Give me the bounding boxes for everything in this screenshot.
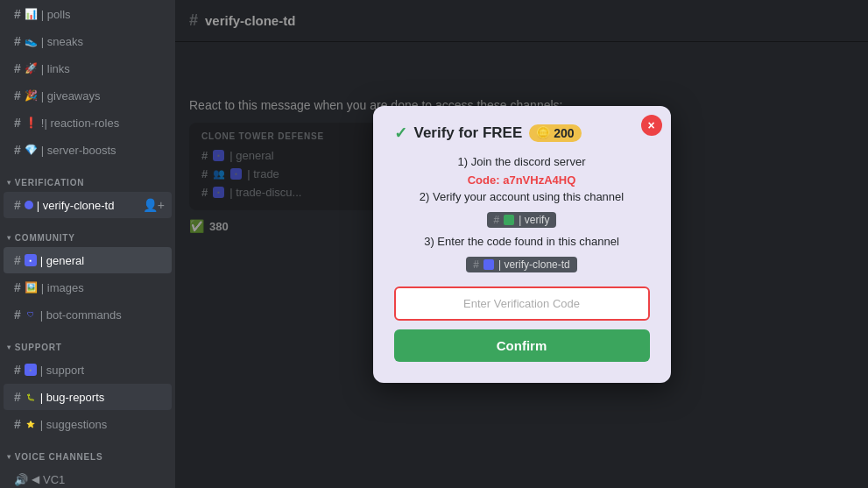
- channel-name-reaction-roles: !| reaction-roles: [41, 117, 119, 130]
- blue-badge-icon: [483, 259, 494, 270]
- modal-verify-clone-channel-name: | verify-clone-td: [498, 258, 570, 271]
- shield-icon: 🛡: [25, 308, 37, 321]
- channel-name-links: | links: [41, 62, 70, 75]
- chevron-down-icon: ▾: [7, 343, 11, 351]
- chevron-down-icon: ▾: [7, 179, 11, 187]
- modal-step3-text: 3) Enter the code found in this channel: [394, 235, 650, 248]
- channel-polls[interactable]: # 📊 | polls: [4, 1, 172, 27]
- channel-support[interactable]: # ▪ | support: [4, 357, 172, 383]
- hash-icon: #: [14, 390, 21, 404]
- verification-code-input[interactable]: [394, 286, 650, 321]
- channel-bug-reports[interactable]: # 🐛 | bug-reports: [4, 384, 172, 410]
- bug-icon: 🐛: [25, 391, 37, 403]
- sneaks-emoji: 👟: [25, 35, 38, 47]
- modal-title-text: Verify for FREE: [414, 124, 523, 142]
- polls-emoji: 📊: [25, 8, 38, 20]
- images-emoji: 🖼️: [25, 281, 38, 294]
- modal-verify-channel-name: | verify: [519, 214, 549, 226]
- confirm-button[interactable]: Confirm: [394, 329, 650, 362]
- modal-title: ✓ Verify for FREE 🪙 200: [394, 124, 650, 143]
- blue-square-icon: ▪: [25, 364, 37, 376]
- modal-step1-text: 1) Join the discord server: [394, 155, 650, 168]
- channel-name-images: | images: [41, 281, 84, 294]
- vc1-arrow: ◀: [32, 473, 39, 485]
- coin-icon: 🪙: [536, 126, 550, 139]
- main-content: # verify-clone-td React to this message …: [175, 0, 868, 488]
- modal-step1-row: 1) Join the discord server Code: a7nVHzA…: [394, 155, 650, 187]
- chevron-down-icon: ▾: [7, 453, 11, 461]
- star-icon: ⭐: [25, 418, 37, 430]
- channel-general[interactable]: # ▪ | general: [4, 247, 172, 273]
- category-verification[interactable]: ▾ VERIFICATION: [0, 164, 175, 191]
- channel-name-support: | support: [40, 364, 84, 377]
- channel-name-suggestions: | suggestions: [40, 418, 107, 431]
- chevron-down-icon: ▾: [7, 234, 11, 242]
- add-user-icon[interactable]: 👤+: [143, 198, 165, 212]
- hash-icon: #: [14, 363, 21, 377]
- modal-step2-row: 2) Verify your account using this channe…: [394, 190, 650, 231]
- channel-vc1[interactable]: 🔊 ◀ VC1: [4, 466, 172, 488]
- channel-name-bug-reports: | bug-reports: [40, 391, 104, 404]
- channel-sneaks[interactable]: # 👟 | sneaks: [4, 28, 172, 54]
- speaker-icon: 🔊: [14, 473, 28, 486]
- green-badge-icon: [504, 215, 514, 225]
- giveaways-emoji: 🎉: [25, 89, 38, 102]
- hash-icon: #: [14, 88, 21, 103]
- channel-name-verify-clone-td: | verify-clone-td: [37, 199, 115, 212]
- checkmark-icon: ✓: [394, 124, 407, 143]
- channel-suggestions[interactable]: # ⭐ | suggestions: [4, 411, 172, 437]
- channel-reaction-roles[interactable]: # ❗ !| reaction-roles: [4, 110, 172, 136]
- coin-amount: 200: [554, 126, 574, 140]
- hash-icon: #: [14, 61, 21, 75]
- hash-icon: #: [14, 280, 21, 294]
- coin-badge: 🪙 200: [529, 124, 581, 142]
- hash-icon: #: [494, 214, 500, 226]
- channel-server-boosts[interactable]: # 💎 | server-boosts: [4, 137, 172, 163]
- modal-overlay: × ✓ Verify for FREE 🪙 200 1) Join the di…: [175, 0, 868, 488]
- modal-step1-code: Code: a7nVHzA4HQ: [394, 173, 650, 187]
- channel-name-bot-commands: | bot-commands: [40, 308, 122, 322]
- modal-verify-channel-pill: # | verify: [487, 212, 557, 228]
- modal-step3-row: 3) Enter the code found in this channel …: [394, 235, 650, 276]
- channel-verify-clone-td[interactable]: # | verify-clone-td 👤+: [4, 192, 172, 218]
- hash-icon: #: [14, 116, 21, 130]
- channel-name-sneaks: | sneaks: [41, 35, 83, 48]
- category-community[interactable]: ▾ COMMUNITY: [0, 219, 175, 246]
- channel-name-server-boosts: | server-boosts: [41, 144, 116, 157]
- blue-square-icon: ▪: [25, 254, 37, 266]
- hash-icon: #: [14, 308, 21, 322]
- category-support[interactable]: ▾ SUPPORT: [0, 329, 175, 356]
- verify-modal: × ✓ Verify for FREE 🪙 200 1) Join the di…: [373, 106, 671, 383]
- hash-icon: #: [14, 253, 21, 267]
- channel-giveaways[interactable]: # 🎉 | giveaways: [4, 82, 172, 109]
- blue-dot-icon: [25, 201, 33, 209]
- modal-close-button[interactable]: ×: [641, 115, 662, 136]
- channel-links[interactable]: # 🚀 | links: [4, 55, 172, 81]
- hash-icon: #: [473, 258, 479, 271]
- channel-name-polls: | polls: [41, 8, 71, 21]
- hash-icon: #: [14, 417, 21, 431]
- hash-icon: #: [14, 198, 21, 212]
- hash-icon: #: [14, 7, 21, 21]
- channel-name-general: | general: [40, 254, 84, 267]
- links-emoji: 🚀: [25, 62, 38, 74]
- channel-images[interactable]: # 🖼️ | images: [4, 274, 172, 301]
- channel-name-giveaways: | giveaways: [41, 89, 101, 103]
- hash-icon: #: [14, 34, 21, 48]
- sidebar: # 📊 | polls # 👟 | sneaks # 🚀 | links # 🎉…: [0, 0, 175, 488]
- reaction-roles-emoji: ❗: [25, 117, 38, 129]
- channel-name-vc1: VC1: [43, 473, 65, 486]
- hash-icon: #: [14, 143, 21, 157]
- server-boosts-emoji: 💎: [25, 144, 38, 156]
- channel-bot-commands[interactable]: # 🛡 | bot-commands: [4, 301, 172, 328]
- modal-verify-clone-channel-pill: # | verify-clone-td: [466, 257, 577, 272]
- category-voice-channels[interactable]: ▾ VOICE CHANNELS: [0, 438, 175, 465]
- modal-step2-text: 2) Verify your account using this channe…: [394, 190, 650, 203]
